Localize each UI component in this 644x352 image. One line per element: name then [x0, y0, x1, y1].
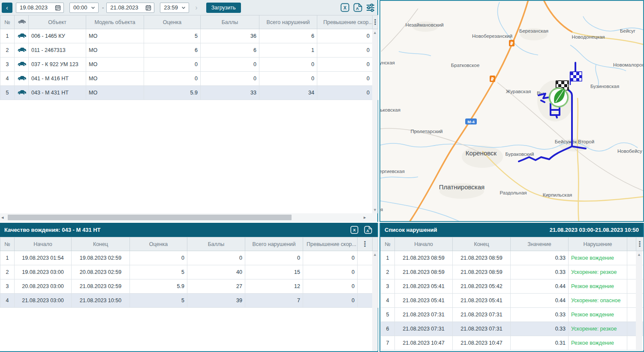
column-menu-icon[interactable]: ••• — [373, 15, 378, 29]
table-row[interactable]: 4041 - М 416 НТМО0000 — [0, 72, 378, 86]
svg-text:₽: ₽ — [491, 77, 494, 82]
next-period-button[interactable]: › — [193, 4, 199, 12]
vehicle-icon — [15, 43, 29, 58]
table-row[interactable]: 219.08.2023 03:0020.08.2023 02:59540150 — [0, 265, 378, 279]
score: 0 — [144, 58, 201, 72]
vehicle-icon — [15, 72, 29, 86]
export-pdf-button[interactable]: A — [363, 225, 373, 235]
total-violations: 0 — [259, 58, 317, 72]
col-header-points[interactable]: Баллы — [201, 15, 259, 29]
table-row[interactable]: 621.08.2023 07:3121.08.2023 07:310.33Уск… — [381, 322, 644, 336]
eco-leaf-marker-icon — [549, 88, 568, 107]
table-row[interactable]: 421.08.2023 05:4121.08.2023 05:410.44Уск… — [381, 294, 644, 308]
total-violations: 6 — [259, 29, 317, 43]
table-row[interactable]: 2011 - 2467313МО6610 — [0, 43, 378, 58]
violation-value: 0.33 — [511, 322, 569, 336]
date-to-value: 21.08.2023 — [110, 4, 143, 11]
speeding: 0 — [317, 86, 373, 100]
col-header-model[interactable]: Модель объекта — [86, 15, 144, 29]
highway-shield: М-4 — [465, 118, 477, 124]
car-icon — [17, 33, 26, 38]
object-name: 037 - К 922 УМ 123 — [29, 58, 86, 72]
row-number: 4 — [0, 294, 15, 308]
table-row[interactable]: 5043 - М 431 НТМО5.933340 — [0, 86, 378, 100]
violation-start: 21.08.2023 08:59 — [395, 265, 453, 279]
table-row[interactable]: 221.08.2023 08:5921.08.2023 08:590.33Уск… — [381, 265, 644, 279]
quality-panel-title: Качество вождения: 043 - М 431 НТ — [4, 227, 101, 233]
points: 33 — [201, 86, 259, 100]
table-row[interactable]: 321.08.2023 05:4121.08.2023 05:420.44Рез… — [381, 279, 644, 294]
interval-start: 20.08.2023 03:00 — [15, 279, 72, 294]
vehicles-hscrollbar[interactable]: ◂ ▸ — [0, 213, 377, 222]
toolbar: ‹ 19.08.2023 00:00 - 21.08.2023 23:59 › … — [0, 0, 377, 15]
col-header-total-violations[interactable]: Всего нарушений — [245, 237, 303, 251]
map-label: Сергиевская — [380, 169, 405, 174]
col-header-speeding[interactable]: Превышение скор... — [303, 237, 358, 251]
points: 6 — [201, 43, 259, 58]
row-number: 2 — [381, 265, 395, 279]
col-header-end[interactable]: Конец — [72, 237, 130, 251]
time-to-select[interactable]: 23:59 — [160, 3, 189, 13]
prev-period-button[interactable]: ‹ — [2, 3, 12, 13]
col-header-vehicle-icon[interactable] — [15, 15, 29, 29]
col-header-object[interactable]: Объект — [29, 15, 86, 29]
export-excel-button[interactable]: X — [349, 225, 359, 235]
table-row[interactable]: 320.08.2023 03:0021.08.2023 02:595.92712… — [0, 279, 378, 294]
col-header-value[interactable]: Значение — [511, 237, 569, 251]
row-number: 4 — [381, 294, 395, 308]
col-header-num[interactable]: № — [0, 15, 15, 29]
violations-vscrollbar[interactable]: ▲ — [636, 251, 642, 351]
speeding: 0 — [303, 279, 358, 294]
table-row[interactable]: 121.08.2023 08:5921.08.2023 08:590.33Рез… — [381, 251, 644, 265]
car-icon — [17, 47, 26, 52]
column-menu-icon[interactable]: ••• — [636, 237, 644, 251]
quality-vscrollbar[interactable]: ▲ — [372, 251, 378, 351]
table-row[interactable]: 521.08.2023 07:3121.08.2023 07:310.33Рез… — [381, 308, 644, 322]
col-header-num[interactable]: № — [0, 237, 15, 251]
col-header-score[interactable]: Оценка — [144, 15, 201, 29]
table-row[interactable]: 119.08.2023 01:5419.08.2023 02:590000 — [0, 251, 378, 265]
col-header-start[interactable]: Начало — [395, 237, 453, 251]
speeding: 0 — [303, 294, 358, 308]
export-pdf-button[interactable]: A — [352, 3, 363, 13]
date-from-input[interactable]: 19.08.2023 — [16, 3, 64, 13]
map-label: Новодонецкая — [572, 34, 605, 39]
date-to-input[interactable]: 21.08.2023 — [106, 3, 154, 13]
col-header-start[interactable]: Начало — [15, 237, 72, 251]
col-header-total-violations[interactable]: Всего нарушений — [259, 15, 317, 29]
object-model: МО — [86, 29, 144, 43]
col-header-score[interactable]: Оценка — [130, 237, 187, 251]
row-number: 5 — [0, 86, 15, 100]
interval-start: 21.08.2023 03:00 — [15, 294, 72, 308]
table-row[interactable]: 1006 - 1465 КУМО53660 — [0, 29, 378, 43]
col-header-speeding[interactable]: Превышение скор... — [317, 15, 373, 29]
total-violations: 15 — [245, 265, 303, 279]
violation-type: Резкое вождение — [569, 279, 627, 294]
speeding: 0 — [303, 265, 358, 279]
col-header-num[interactable]: № — [381, 237, 395, 251]
vehicles-vscrollbar[interactable]: ▲▼ — [372, 29, 378, 213]
speeding: 0 — [317, 43, 373, 58]
row-number: 6 — [381, 322, 395, 336]
total-violations: 12 — [245, 279, 303, 294]
column-menu-icon[interactable]: ••• — [358, 237, 373, 251]
col-header-end[interactable]: Конец — [453, 237, 511, 251]
time-to-value: 23:59 — [164, 4, 178, 11]
table-row[interactable]: 3037 - К 922 УМ 123МО0000 — [0, 58, 378, 72]
col-header-violation[interactable]: Нарушение — [569, 237, 627, 251]
export-excel-button[interactable]: X — [340, 3, 350, 13]
map-panel[interactable]: ₽ ₽ М-4 НезаймановскийНовоберезанскийБер… — [379, 0, 644, 222]
table-row[interactable]: 721.08.2023 10:4721.08.2023 10:470.31Рез… — [381, 336, 644, 350]
speeding: 0 — [303, 251, 358, 265]
load-button[interactable]: Загрузить — [206, 3, 241, 13]
speeding: 0 — [317, 72, 373, 86]
violations-panel-titlebar: Список нарушений 21.08.2023 03:00-21.08.… — [380, 223, 643, 237]
table-row[interactable]: 421.08.2023 03:0021.08.2023 10:5053970 — [0, 294, 378, 308]
time-from-select[interactable]: 00:00 — [69, 3, 99, 13]
table-settings-icon[interactable] — [365, 3, 376, 13]
map-place-labels: НезаймановскийНовоберезанскийБерезанская… — [380, 22, 643, 212]
interval-start: 19.08.2023 03:00 — [15, 265, 72, 279]
points: 27 — [187, 279, 245, 294]
object-name: 043 - М 431 НТ — [29, 86, 86, 100]
col-header-points[interactable]: Баллы — [187, 237, 245, 251]
